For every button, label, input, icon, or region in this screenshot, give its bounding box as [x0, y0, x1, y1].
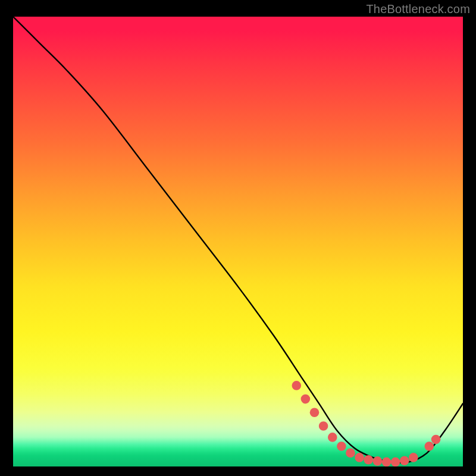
marker-dot — [425, 441, 434, 451]
marker-dot — [355, 453, 364, 462]
chart-svg — [13, 17, 463, 466]
marker-dot — [319, 421, 328, 431]
marker-dot — [391, 458, 400, 466]
marker-dot — [292, 381, 302, 390]
curve-line — [13, 17, 463, 463]
plot-area — [13, 17, 463, 466]
marker-dot — [400, 456, 409, 465]
marker-dot — [346, 449, 355, 458]
chart-container: TheBottleneck.com — [0, 0, 476, 476]
attribution-label: TheBottleneck.com — [366, 2, 470, 16]
marker-dot — [373, 456, 383, 466]
marker-dot — [431, 435, 441, 444]
marker-dot — [301, 394, 311, 404]
curve-markers — [292, 381, 441, 466]
marker-dot — [328, 433, 337, 442]
marker-dot — [310, 408, 320, 418]
marker-dot — [382, 458, 392, 466]
marker-dot — [409, 453, 418, 462]
marker-dot — [364, 455, 373, 465]
marker-dot — [337, 441, 346, 451]
